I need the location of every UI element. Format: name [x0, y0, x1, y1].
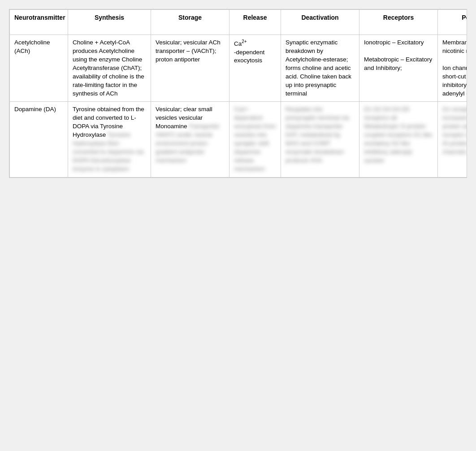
table-row: Dopamine (DA) Tyrosine obtained from the…: [10, 102, 467, 177]
header-release: Release: [229, 10, 281, 35]
da-post-synaptic-cell: D1 receptor activation increases cAMP vi…: [438, 102, 467, 177]
ach-post-synaptic-cell: Membrane depolarization via nicotinic re…: [438, 35, 467, 102]
da-release-blurred-text: Ca2+ dependent exocytosis from vesicles …: [234, 106, 276, 172]
da-post-synaptic-blurred-text: D1 receptor activation increases cAMP vi…: [442, 106, 467, 155]
ach-release-cell: Ca2+-dependent exocytosis: [229, 35, 281, 102]
header-deactivation: Deactivation: [281, 10, 359, 35]
header-receptors: Receptors: [359, 10, 438, 35]
header-post-synaptic: Post SynapticEvents: [438, 10, 467, 35]
header-neurotransmitter: Neurotransmitter: [10, 10, 68, 35]
da-name-text: Dopamine (DA): [14, 106, 56, 113]
main-table-wrapper: Neurotransmitter Synthesis Storage Relea…: [9, 9, 467, 178]
da-storage-cell: Vesicular; clear small vesicles vesicula…: [151, 102, 229, 177]
da-release-cell: Ca2+ dependent exocytosis from vesicles …: [229, 102, 281, 177]
da-deactivation-cell: Reuptake into presynaptic terminal via d…: [281, 102, 359, 177]
ach-synthesis-cell: Choline + Acetyl-CoA produces Acetylchol…: [68, 35, 151, 102]
header-synthesis: Synthesis: [68, 10, 151, 35]
ach-receptors-cell: Ionotropic – ExcitatoryMetabotropic – Ex…: [359, 35, 438, 102]
ach-post-synaptic-text: Membrane depolarization via nicotinic re…: [442, 39, 467, 96]
header-row: Neurotransmitter Synthesis Storage Relea…: [10, 10, 467, 35]
da-receptors-cell: D1 D2 D3 D4 D5 receptors all Metabotropi…: [359, 102, 438, 177]
header-storage: Storage: [151, 10, 229, 35]
ach-neurotransmitter-cell: Acetylcholine (ACh): [10, 35, 68, 102]
ach-receptors-text: Ionotropic – ExcitatoryMetabotropic – Ex…: [364, 39, 432, 71]
neurotransmitter-table: Neurotransmitter Synthesis Storage Relea…: [9, 9, 467, 178]
ach-deactivation-cell: Synaptic enzymatic breakdown by Acetylch…: [281, 35, 359, 102]
da-synthesis-cell: Tyrosine obtained from the diet and conv…: [68, 102, 151, 177]
ach-storage-cell: Vesicular; vesicular ACh transporter – (…: [151, 35, 229, 102]
table-row: Acetylcholine (ACh) Choline + Acetyl-CoA…: [10, 35, 467, 102]
da-deactivation-blurred-text: Reuptake into presynaptic terminal via d…: [286, 106, 349, 163]
da-receptors-blurred-text: D1 D2 D3 D4 D5 receptors all Metabotropi…: [364, 106, 432, 163]
da-neurotransmitter-cell: Dopamine (DA): [10, 102, 68, 177]
